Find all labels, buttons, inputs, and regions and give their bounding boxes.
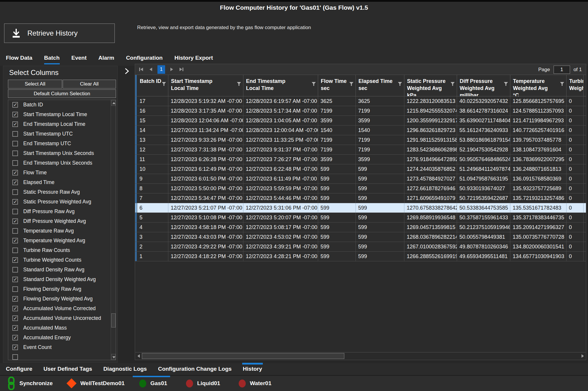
- filter-funnel-icon[interactable]: [560, 82, 564, 86]
- unchecked-checkbox-icon[interactable]: [12, 228, 18, 234]
- table-row-batch-11[interactable]: 1112/27/2023 6:26:28 PM -07:0012/27/2023…: [135, 155, 586, 164]
- scroll-right-icon[interactable]: [580, 353, 585, 359]
- column-option-batch-id[interactable]: Batch ID: [8, 100, 116, 110]
- checked-checkbox-icon[interactable]: [12, 325, 18, 331]
- column-option-elapsed-time[interactable]: Elapsed Time: [8, 178, 116, 187]
- column-option-turbine-weighted-counts[interactable]: Turbine Weighted Counts: [8, 255, 116, 265]
- column-header-temperature-weighted-avg-c[interactable]: TemperatureWeighted Avg°C: [510, 75, 567, 96]
- checked-checkbox-icon[interactable]: [12, 277, 18, 282]
- current-page-button[interactable]: 1: [157, 65, 165, 74]
- column-option-start-timestamp-utc[interactable]: Start Timestamp UTC: [8, 129, 116, 139]
- first-page-icon[interactable]: [139, 67, 144, 72]
- column-option-turbine-raw-counts[interactable]: Turbine Raw Counts: [8, 245, 116, 255]
- column-option-diff-pressure-weighted-avg[interactable]: Diff Pressure Weighted Avg: [8, 216, 116, 226]
- column-option-accumulated-mass[interactable]: Accumulated Mass: [8, 323, 116, 333]
- column-option-accumulated-volume-uncorrected[interactable]: Accumulated Volume Uncorrected: [8, 313, 116, 323]
- bottom-tab-configuration-change-logs[interactable]: Configuration Change Logs: [158, 366, 232, 372]
- checked-checkbox-icon[interactable]: [12, 199, 18, 205]
- column-option-event-count[interactable]: Event Count: [8, 342, 116, 352]
- filter-funnel-icon[interactable]: [162, 82, 166, 86]
- collapse-panel-chevron-icon[interactable]: [124, 68, 130, 75]
- column-header-elapsed-time-sec[interactable]: Elapsed Timesec: [356, 75, 404, 96]
- status-item-gas01[interactable]: Gas01: [139, 376, 167, 391]
- unchecked-checkbox-icon[interactable]: [12, 131, 18, 137]
- table-row-batch-14[interactable]: 1412/27/2023 11:34:24 PM -07:0012/28/202…: [135, 126, 586, 135]
- column-option-flowing-density-raw-avg[interactable]: Flowing Density Raw Avg: [8, 284, 116, 294]
- tab-flow-data[interactable]: Flow Data: [6, 55, 32, 64]
- filter-funnel-icon[interactable]: [237, 82, 241, 86]
- checked-checkbox-icon[interactable]: [12, 170, 18, 176]
- column-header-static-pressure-weighted-avg-kpa[interactable]: Static PressureWeighted AvgkPa: [404, 75, 457, 96]
- table-row-batch-8[interactable]: 812/27/2023 5:50:00 PM -07:0012/27/2023 …: [135, 184, 586, 193]
- checked-checkbox-icon[interactable]: [12, 238, 18, 243]
- column-option-diff-pressure-raw-avg[interactable]: Diff Pressure Raw Avg: [8, 207, 116, 216]
- tab-history-export[interactable]: History Export: [175, 55, 213, 64]
- column-option-standard-density-raw-avg[interactable]: Standard Density Raw Avg: [8, 265, 116, 275]
- column-option-accumulated-energy[interactable]: Accumulated Energy: [8, 333, 116, 342]
- unchecked-checkbox-icon[interactable]: [12, 151, 18, 156]
- checked-checkbox-icon[interactable]: [12, 180, 18, 185]
- column-option-start-timestamp-local-time[interactable]: Start Timestamp Local Time: [8, 110, 116, 119]
- column-header-start-timestamp-local-time[interactable]: Start TimestampLocal Time: [168, 75, 243, 96]
- status-item-synchronize[interactable]: Synchronize: [7, 376, 53, 391]
- column-option-temperature-raw-avg[interactable]: Temperature Raw Avg: [8, 226, 116, 236]
- table-row-batch-6[interactable]: 612/27/2023 5:21:07 PM -07:0012/27/2023 …: [135, 203, 586, 213]
- table-row-batch-12[interactable]: 1212/27/2023 7:31:38 PM -07:0012/27/2023…: [135, 145, 586, 155]
- page-input[interactable]: [554, 66, 570, 74]
- table-row-batch-2[interactable]: 212/27/2023 4:29:22 PM -07:0012/27/2023 …: [135, 242, 586, 252]
- clear-all-button[interactable]: Clear All: [63, 80, 116, 88]
- checked-checkbox-icon[interactable]: [12, 315, 18, 321]
- table-horizontal-scrollbar[interactable]: [135, 352, 586, 360]
- column-option-item[interactable]: [8, 352, 116, 360]
- previous-page-icon[interactable]: [148, 67, 153, 72]
- table-row-batch-3[interactable]: 312/27/2023 4:43:03 PM -07:0012/27/2023 …: [135, 232, 586, 242]
- checked-checkbox-icon[interactable]: [12, 218, 18, 224]
- column-option-temperature-weighted-avg[interactable]: Temperature Weighted Avg: [8, 236, 116, 245]
- checked-checkbox-icon[interactable]: [12, 121, 18, 127]
- scroll-up-icon[interactable]: [111, 100, 116, 106]
- table-row-batch-5[interactable]: 512/27/2023 5:10:08 PM -07:0012/27/2023 …: [135, 213, 586, 223]
- filter-funnel-icon[interactable]: [311, 82, 316, 86]
- bottom-tab-configure[interactable]: Configure: [6, 366, 32, 372]
- hscrollbar-thumb[interactable]: [142, 353, 344, 359]
- bottom-tab-history[interactable]: History: [243, 366, 262, 372]
- filter-funnel-icon[interactable]: [398, 82, 402, 86]
- unchecked-checkbox-icon[interactable]: [12, 267, 18, 273]
- filter-funnel-icon[interactable]: [504, 82, 508, 86]
- unchecked-checkbox-icon[interactable]: [12, 354, 18, 360]
- tab-event[interactable]: Event: [72, 55, 87, 64]
- checked-checkbox-icon[interactable]: [12, 296, 18, 302]
- unchecked-checkbox-icon[interactable]: [12, 209, 18, 214]
- next-page-icon[interactable]: [169, 67, 175, 72]
- table-row-batch-15[interactable]: 1512/28/2023 12:04:06 AM -07:0012/28/202…: [135, 116, 586, 126]
- column-header-flow-time-sec[interactable]: Flow Timesec: [318, 75, 356, 96]
- bottom-tab-diagnostic-logs[interactable]: Diagnostic Logs: [103, 366, 147, 372]
- unchecked-checkbox-icon[interactable]: [12, 189, 18, 195]
- checked-checkbox-icon[interactable]: [12, 335, 18, 340]
- checked-checkbox-icon[interactable]: [12, 102, 18, 108]
- checked-checkbox-icon[interactable]: [12, 257, 18, 263]
- checked-checkbox-icon[interactable]: [12, 306, 18, 311]
- unchecked-checkbox-icon[interactable]: [12, 286, 18, 292]
- unchecked-checkbox-icon[interactable]: [12, 248, 18, 253]
- last-page-icon[interactable]: [179, 67, 184, 72]
- column-option-flowing-density-weighted-avg[interactable]: Flowing Density Weighted Avg: [8, 294, 116, 304]
- table-row-batch-16[interactable]: 1612/28/2023 3:17:35 AM -07:0012/28/2023…: [135, 106, 586, 116]
- column-header-turbine-weighted[interactable]: TurbineWeighted: [567, 75, 584, 96]
- column-option-static-pressure-raw-avg[interactable]: Static Pressure Raw Avg: [8, 187, 116, 197]
- table-row-batch-1[interactable]: 112/27/2023 4:18:22 PM -07:0012/27/2023 …: [135, 252, 586, 261]
- status-item-water01[interactable]: Water01: [239, 376, 271, 391]
- checked-checkbox-icon[interactable]: [12, 112, 18, 117]
- table-row-batch-9[interactable]: 912/27/2023 6:01:50 PM -07:0012/27/2023 …: [135, 174, 586, 184]
- table-row-batch-7[interactable]: 712/27/2023 5:34:47 PM -07:0012/27/2023 …: [135, 193, 586, 203]
- retrieve-history-button[interactable]: Retrieve History: [4, 24, 115, 43]
- column-header-diff-pressure-weighted-avg-millibar[interactable]: Diff PressureWeighted Avgmillibar: [457, 75, 510, 96]
- table-row-batch-4[interactable]: 412/27/2023 4:58:18 PM -07:0012/27/2023 …: [135, 223, 586, 232]
- filter-funnel-icon[interactable]: [349, 82, 354, 86]
- checked-checkbox-icon[interactable]: [12, 345, 18, 350]
- column-option-end-timestamp-unix-seconds[interactable]: End Timestamp Unix Seconds: [8, 158, 116, 168]
- column-option-accumulated-volume-corrected[interactable]: Accumulated Volume Corrected: [8, 304, 116, 313]
- column-header-end-timestamp-local-time[interactable]: End TimestampLocal Time: [243, 75, 318, 96]
- column-option-end-timestamp-utc[interactable]: End Timestamp UTC: [8, 139, 116, 148]
- column-option-end-timestamp-local-time[interactable]: End Timestamp Local Time: [8, 119, 116, 129]
